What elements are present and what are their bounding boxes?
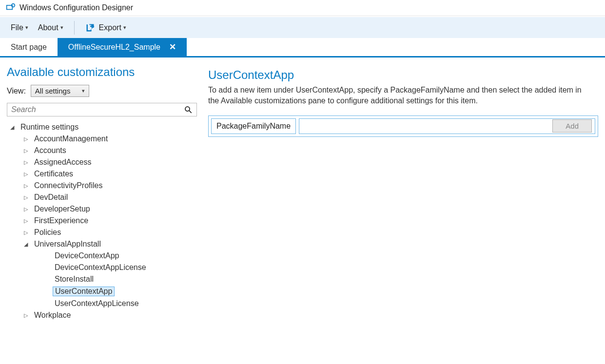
- tree-label: UserContextAppLicense: [53, 299, 141, 308]
- view-label: View:: [7, 87, 26, 96]
- collapse-icon: ◢: [9, 124, 16, 131]
- close-icon[interactable]: ✕: [169, 42, 176, 52]
- tree-node-connectivity-profiles[interactable]: ▷ConnectivityProfiles: [7, 180, 197, 192]
- search-input[interactable]: [11, 105, 184, 114]
- expand-icon: ▷: [22, 148, 29, 154]
- tree-node-runtime-settings[interactable]: ◢ Runtime settings: [7, 121, 197, 133]
- menu-about-label: About: [38, 23, 59, 32]
- tab-start-page[interactable]: Start page: [0, 38, 58, 56]
- chevron-down-icon: ▾: [25, 24, 28, 31]
- chevron-down-icon: ▾: [60, 24, 63, 31]
- tree-node-universal-app-install[interactable]: ◢UniversalAppInstall: [7, 238, 197, 250]
- package-family-name-input[interactable]: [302, 119, 548, 134]
- add-button[interactable]: Add: [552, 119, 592, 133]
- menu-export[interactable]: Export ▾: [81, 20, 130, 36]
- tree-label: StoreInstall: [53, 275, 96, 284]
- view-select[interactable]: All settings ▾: [31, 85, 89, 97]
- tree-label: UserContextApp: [53, 287, 115, 296]
- tree-label: DevDetail: [32, 193, 70, 202]
- page-title: UserContextApp: [208, 68, 598, 82]
- menu-file[interactable]: File ▾: [7, 20, 32, 35]
- tree-node-first-experience[interactable]: ▷FirstExperience: [7, 215, 197, 227]
- expand-icon: ▷: [22, 136, 29, 142]
- tree-node-device-context-app[interactable]: DeviceContextApp: [7, 250, 197, 262]
- tree-label: DeveloperSetup: [32, 205, 92, 213]
- tree-node-assigned-access[interactable]: ▷AssignedAccess: [7, 156, 197, 168]
- tree-label: DeviceContextApp: [53, 251, 121, 260]
- menu-file-label: File: [11, 23, 23, 32]
- expand-icon: ▷: [22, 159, 29, 166]
- field-label-package-family-name: PackageFamilyName: [211, 118, 296, 134]
- expand-icon: ▷: [22, 206, 29, 212]
- tree-node-device-context-app-license[interactable]: DeviceContextAppLicense: [7, 262, 197, 273]
- tree-label: Workplace: [32, 311, 73, 320]
- tab-label: Start page: [11, 43, 47, 52]
- tree-node-store-install[interactable]: StoreInstall: [7, 273, 197, 285]
- svg-point-2: [185, 107, 190, 111]
- tree-node-accounts[interactable]: ▷Accounts: [7, 145, 197, 156]
- view-value: All settings: [35, 87, 71, 95]
- expand-icon: ▷: [22, 312, 29, 319]
- menu-about[interactable]: About ▾: [34, 20, 67, 35]
- tree-node-policies[interactable]: ▷Policies: [7, 227, 197, 238]
- tree-label: Accounts: [32, 146, 68, 155]
- svg-line-3: [189, 111, 192, 113]
- search-icon[interactable]: [184, 105, 193, 114]
- tree-label: Policies: [32, 228, 63, 237]
- chevron-down-icon: ▾: [123, 24, 126, 31]
- tree-label: DeviceContextAppLicense: [53, 263, 148, 272]
- menu-separator: [74, 21, 75, 35]
- tree-label: FirstExperience: [32, 216, 90, 225]
- expand-icon: ▷: [22, 183, 29, 189]
- menu-export-label: Export: [99, 23, 121, 32]
- tree-node-user-context-app-license[interactable]: UserContextAppLicense: [7, 298, 197, 309]
- tree-label: Runtime settings: [19, 123, 80, 132]
- tree-label: Certificates: [32, 170, 75, 178]
- tree-node-user-context-app[interactable]: UserContextApp: [7, 285, 197, 298]
- tree-node-dev-detail[interactable]: ▷DevDetail: [7, 192, 197, 203]
- tab-offline-secure[interactable]: OfflineSecureHL2_Sample ✕: [58, 38, 187, 56]
- export-icon: [85, 23, 95, 33]
- tab-label: OfflineSecureHL2_Sample: [68, 43, 160, 52]
- tree-node-account-management[interactable]: ▷AccountManagement: [7, 133, 197, 145]
- sidebar-title: Available customizations: [7, 65, 197, 79]
- chevron-down-icon: ▾: [82, 88, 85, 94]
- tree-label: UniversalAppInstall: [32, 240, 103, 249]
- tree-label: AssignedAccess: [32, 158, 93, 167]
- tree-node-developer-setup[interactable]: ▷DeveloperSetup: [7, 203, 197, 215]
- tree-label: ConnectivityProfiles: [32, 181, 105, 190]
- expand-icon: ▷: [22, 230, 29, 236]
- app-title: Windows Configuration Designer: [20, 3, 133, 12]
- expand-icon: ▷: [22, 218, 29, 224]
- collapse-icon: ◢: [22, 241, 29, 248]
- app-icon: [6, 3, 16, 13]
- tree-node-workplace[interactable]: ▷Workplace: [7, 309, 197, 321]
- expand-icon: ▷: [22, 194, 29, 201]
- tree-label: AccountManagement: [32, 134, 110, 143]
- page-description: To add a new item under UserContextApp, …: [208, 85, 588, 107]
- expand-icon: ▷: [22, 171, 29, 177]
- tree-node-certificates[interactable]: ▷Certificates: [7, 168, 197, 180]
